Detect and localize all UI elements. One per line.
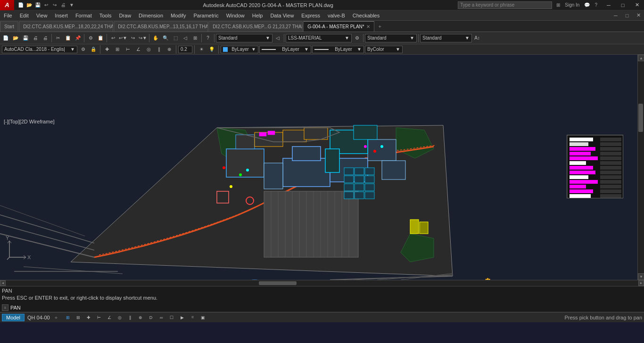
redo-icon[interactable]: ↪ <box>51 1 58 9</box>
menu-format[interactable]: Format <box>72 10 96 21</box>
tb-new[interactable]: 📄 <box>1 33 10 43</box>
status-lw-button[interactable]: ═ <box>157 313 166 322</box>
scroll-thumb-v[interactable] <box>638 104 643 132</box>
print-icon[interactable]: 🖨 <box>59 1 67 9</box>
tb-cut[interactable]: ✂ <box>53 33 63 43</box>
scroll-left-button[interactable]: ◄ <box>0 280 6 286</box>
add-layout-button[interactable]: + <box>53 314 59 321</box>
tb-lock[interactable]: 🔒 <box>89 45 98 54</box>
undo-icon[interactable]: ↩ <box>42 1 50 9</box>
tb-zoom-extent[interactable]: ⊞ <box>190 33 200 43</box>
status-model-button[interactable]: ⊞ <box>63 313 73 322</box>
h-scrollbar[interactable]: ◄ ► <box>0 280 644 286</box>
menu-help[interactable]: Help <box>248 10 267 21</box>
tb-customize[interactable]: ⚙ <box>78 45 88 54</box>
scroll-right-button[interactable]: ► <box>638 280 644 286</box>
tb-help[interactable]: ? <box>203 33 213 43</box>
tab-add-button[interactable]: + <box>375 21 385 32</box>
menu-tools[interactable]: Tools <box>96 10 116 21</box>
scroll-thumb-h[interactable] <box>259 281 297 285</box>
command-input[interactable]: PAN <box>10 305 21 310</box>
tb-copy[interactable]: 📋 <box>63 33 73 43</box>
tb-redo2[interactable]: ↪▼ <box>138 33 148 43</box>
communicate-icon[interactable]: 💬 <box>583 2 591 8</box>
menu-window[interactable]: Window <box>223 10 248 21</box>
status-tp-button[interactable]: ☐ <box>167 313 176 322</box>
menu-draw[interactable]: Draw <box>115 10 135 21</box>
tb-light2[interactable]: 💡 <box>207 45 216 54</box>
tb-zoom-prev[interactable]: ◁ <box>181 33 190 43</box>
lss-dropdown[interactable]: LSS-MATERIAL ▼ <box>286 34 352 42</box>
layout-tab[interactable]: QH 04-00 <box>25 314 53 321</box>
tb-osnap[interactable]: ◎ <box>144 45 153 54</box>
doc-minimize-button[interactable]: ─ <box>610 10 621 21</box>
tb-dynamic[interactable]: ⊕ <box>165 45 174 54</box>
tb-ortho[interactable]: ⊢ <box>123 45 132 54</box>
scroll-up-button[interactable]: ▲ <box>638 55 644 61</box>
tab-4-active[interactable]: G-004-A - MASTER PLAN* ✕ <box>303 21 374 32</box>
scroll-track-h[interactable] <box>6 280 638 286</box>
menu-modify[interactable]: Modify <box>167 10 190 21</box>
new-icon[interactable]: 📄 <box>17 1 25 9</box>
status-sc-button[interactable]: ⌗ <box>188 313 197 322</box>
tb-annotate[interactable]: A↕ <box>472 33 482 43</box>
layer-color-dropdown[interactable]: ByLayer ▼ <box>221 46 258 53</box>
status-ducs-button[interactable]: ⊕ <box>136 313 145 322</box>
tab-start[interactable]: Start <box>0 21 18 32</box>
tab-1[interactable]: DI2.CTC.ASB.KUS.MEP...18,20,22,24 THAP 1… <box>19 21 113 32</box>
tb-zoom[interactable]: 🔍 <box>161 33 170 43</box>
status-dyn-button[interactable]: D <box>146 313 156 322</box>
search-box[interactable]: Type a keyword or phrase <box>458 1 552 9</box>
standard2-dropdown[interactable]: Standard ▼ <box>365 34 417 42</box>
tb-plot2[interactable]: 🖨 <box>41 33 50 43</box>
model-tab[interactable]: Model <box>2 314 25 321</box>
scroll-down-button[interactable]: ▼ <box>638 273 644 280</box>
workspace-dropdown[interactable]: AutoCAD Cla...2018 - Englis| ▼ <box>2 46 77 53</box>
sign-in-button[interactable]: Sign In <box>563 2 581 8</box>
qa-dropdown-icon[interactable]: ▼ <box>68 1 75 9</box>
status-ortho-button[interactable]: ⊢ <box>94 313 104 322</box>
tb-undo[interactable]: ↩ <box>108 33 118 43</box>
tb-snap[interactable]: ✚ <box>102 45 112 54</box>
menu-checkables[interactable]: Checkables <box>349 10 383 21</box>
tb-polar[interactable]: ∠ <box>133 45 143 54</box>
tb-paste[interactable]: 📌 <box>73 33 83 43</box>
tb-pan[interactable]: ✋ <box>151 33 160 43</box>
scroll-track-v[interactable] <box>638 61 644 273</box>
minimize-button[interactable]: ─ <box>602 0 616 10</box>
status-osnap-button[interactable]: ◎ <box>115 313 124 322</box>
layer-bycolor-dropdown[interactable]: ByColor ▼ <box>365 46 403 53</box>
layer-dropdown[interactable]: Standard ▼ <box>216 34 272 42</box>
menu-file[interactable]: File <box>0 10 16 21</box>
status-otrack-button[interactable]: ∥ <box>125 313 135 322</box>
tb-layer-prev[interactable]: ◁ <box>273 33 282 43</box>
tb-undo2[interactable]: ↩▼ <box>118 33 128 43</box>
menu-valve[interactable]: valve-B <box>324 10 349 21</box>
tb-zoom-window[interactable]: ⬚ <box>171 33 180 43</box>
status-polar-button[interactable]: ∠ <box>105 313 114 322</box>
tb-light1[interactable]: ☀ <box>197 45 206 54</box>
tb-save[interactable]: 💾 <box>21 33 30 43</box>
layer-linetype-dropdown[interactable]: ByLayer ▼ <box>259 46 311 53</box>
tab-2[interactable]: DI2.CTC.ASB.KUS.MEP...13,15,16,17 THAP 1… <box>114 21 208 32</box>
tb-redo[interactable]: ↪ <box>128 33 138 43</box>
doc-close-button[interactable]: ✕ <box>633 10 644 21</box>
menu-edit[interactable]: Edit <box>16 10 33 21</box>
tb-properties[interactable]: 📋 <box>96 33 105 43</box>
tab-3[interactable]: DI2.CTC.ASB.KUS.MEP...G 21,23,27 THAP 1*… <box>208 21 303 32</box>
close-button[interactable]: ✕ <box>630 0 644 10</box>
menu-dimension[interactable]: Dimension <box>135 10 167 21</box>
apps-icon[interactable]: ⊞ <box>555 2 561 8</box>
menu-express[interactable]: Express <box>297 10 324 21</box>
status-grid-button[interactable]: ⊞ <box>74 313 83 322</box>
tab-4-close[interactable]: ✕ <box>366 24 370 29</box>
tb-grid[interactable]: ⊞ <box>113 45 122 54</box>
open-icon[interactable]: 📂 <box>25 1 33 9</box>
layer-lineweight-dropdown[interactable]: ByLayer ▼ <box>312 46 364 53</box>
tb-lss-icon[interactable]: ⚙ <box>352 33 362 43</box>
standard3-dropdown[interactable]: Standard ▼ <box>420 34 472 42</box>
status-qp-button[interactable]: ▶ <box>177 313 187 322</box>
help-icon[interactable]: ? <box>593 2 599 8</box>
doc-maximize-button[interactable]: □ <box>621 10 633 21</box>
menu-dataview[interactable]: Data View <box>266 10 297 21</box>
